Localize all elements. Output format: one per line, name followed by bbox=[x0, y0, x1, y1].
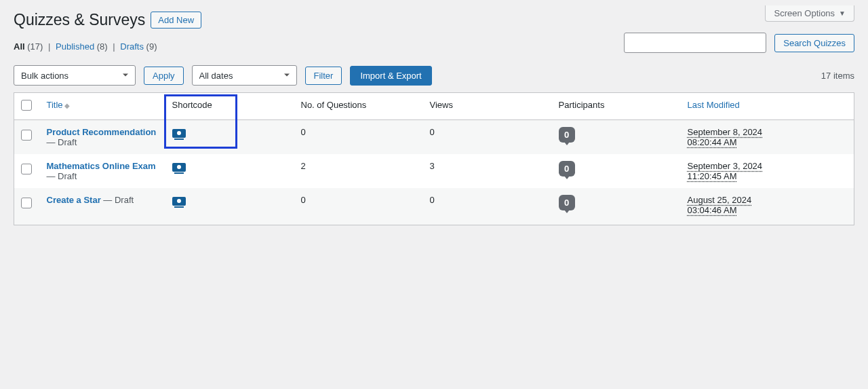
filter-button[interactable]: Filter bbox=[305, 67, 342, 85]
status-label: — Draft bbox=[47, 171, 77, 181]
modified-date: September 8, 2024 bbox=[688, 127, 763, 137]
table-row: Create a Star — Draft 0 0 0 August 25, 2… bbox=[14, 188, 854, 225]
filter-all[interactable]: All bbox=[14, 41, 25, 52]
modified-time: 11:20:45 AM bbox=[688, 171, 737, 181]
search-button[interactable]: Search Quizzes bbox=[774, 34, 854, 52]
column-title[interactable]: Title◆ bbox=[40, 93, 165, 120]
sort-icon: ◆ bbox=[64, 102, 70, 109]
modified-time: 08:20:44 AM bbox=[688, 137, 737, 147]
column-participants: Participants bbox=[552, 93, 681, 120]
row-checkbox[interactable] bbox=[21, 164, 32, 174]
select-all-checkbox[interactable] bbox=[21, 100, 32, 111]
eye-icon[interactable] bbox=[172, 129, 186, 138]
modified-date: August 25, 2024 bbox=[688, 195, 752, 205]
quiz-title-link[interactable]: Mathematics Online Exam bbox=[47, 161, 156, 171]
participants-badge: 0 bbox=[559, 195, 575, 210]
column-views: Views bbox=[423, 93, 552, 120]
participants-badge: 0 bbox=[559, 161, 575, 177]
date-filter-select[interactable]: All dates bbox=[192, 65, 297, 86]
items-count: 17 items bbox=[821, 71, 854, 81]
apply-button[interactable]: Apply bbox=[144, 67, 184, 85]
quiz-title-link[interactable]: Product Recommendation bbox=[47, 127, 157, 137]
modified-date: September 3, 2024 bbox=[688, 161, 763, 171]
page-title: Quizzes & Surveys bbox=[14, 11, 145, 29]
quiz-table: Title◆ Shortcode No. of Questions Views … bbox=[14, 92, 854, 225]
import-export-button[interactable]: Import & Export bbox=[350, 66, 431, 86]
bulk-actions-select[interactable]: Bulk actions bbox=[14, 65, 136, 86]
column-shortcode: Shortcode bbox=[165, 93, 294, 120]
screen-options-button[interactable]: Screen Options bbox=[765, 5, 854, 22]
row-checkbox[interactable] bbox=[21, 130, 32, 141]
table-row: Product Recommendation — Draft 0 0 0 Sep… bbox=[14, 120, 854, 155]
filter-published[interactable]: Published bbox=[56, 41, 94, 52]
questions-cell: 2 bbox=[294, 154, 423, 188]
eye-icon[interactable] bbox=[172, 197, 186, 206]
views-cell: 3 bbox=[423, 154, 552, 188]
participants-badge: 0 bbox=[559, 127, 575, 143]
table-row: Mathematics Online Exam — Draft 2 3 0 Se… bbox=[14, 154, 854, 188]
questions-cell: 0 bbox=[294, 188, 423, 225]
eye-icon[interactable] bbox=[172, 163, 186, 172]
add-new-button[interactable]: Add New bbox=[151, 12, 201, 29]
status-label: — Draft bbox=[101, 195, 134, 205]
column-modified[interactable]: Last Modified bbox=[681, 93, 854, 120]
quiz-title-link[interactable]: Create a Star bbox=[47, 195, 101, 205]
views-cell: 0 bbox=[423, 120, 552, 155]
status-label: — Draft bbox=[47, 137, 77, 147]
search-input[interactable] bbox=[624, 33, 766, 53]
column-questions: No. of Questions bbox=[294, 93, 423, 120]
filter-drafts[interactable]: Drafts bbox=[120, 41, 144, 52]
row-checkbox[interactable] bbox=[21, 198, 32, 208]
questions-cell: 0 bbox=[294, 120, 423, 155]
views-cell: 0 bbox=[423, 188, 552, 225]
modified-time: 03:04:46 AM bbox=[688, 205, 737, 215]
